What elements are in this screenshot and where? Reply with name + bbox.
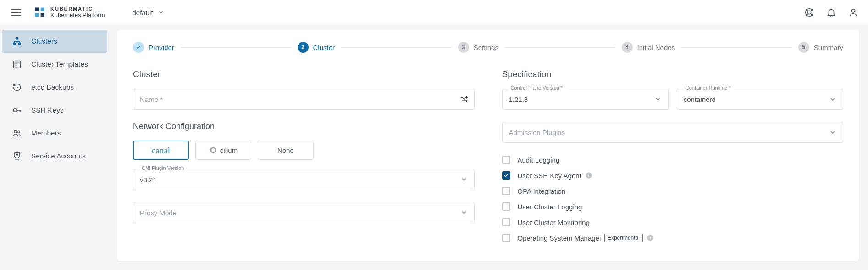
- checkbox-box[interactable]: [502, 202, 510, 211]
- field-label: CNI Plugin Version: [139, 165, 187, 171]
- step-label: Initial Nodes: [637, 44, 675, 51]
- chevron-down-icon: [829, 129, 836, 136]
- cni-option-label: None: [277, 146, 294, 154]
- svg-rect-3: [41, 13, 44, 17]
- step-connector: [505, 47, 615, 48]
- checkbox-box[interactable]: [502, 234, 510, 242]
- notifications-button[interactable]: [826, 7, 837, 18]
- step-provider[interactable]: Provider: [133, 42, 174, 53]
- sidebar-item-clusters[interactable]: Clusters: [2, 30, 107, 53]
- svg-rect-20: [14, 153, 20, 157]
- chevron-down-icon: [829, 96, 836, 103]
- step-label: Cluster: [313, 44, 335, 51]
- project-selector[interactable]: default: [133, 9, 164, 17]
- cni-option-label: cilium: [220, 146, 238, 154]
- cni-option-canal[interactable]: canal: [133, 141, 189, 160]
- step-number: 4: [622, 42, 633, 53]
- proxy-mode-select[interactable]: Proxy Mode: [133, 202, 475, 223]
- svg-rect-25: [588, 175, 589, 177]
- step-connector: [341, 47, 452, 48]
- section-title-spec: Specification: [502, 69, 844, 79]
- checkbox-label: Audit Logging: [518, 156, 560, 164]
- cilium-logo-icon: [209, 146, 217, 154]
- sidebar: Clusters Cluster Templates etcd Backups …: [0, 25, 109, 270]
- field-placeholder: Admission Plugins: [509, 129, 826, 136]
- templates-icon: [12, 59, 22, 69]
- checkbox-label: OPA Integration: [518, 187, 566, 195]
- sidebar-item-label: etcd Backups: [31, 83, 74, 91]
- svg-rect-11: [16, 38, 18, 39]
- chevron-down-icon: [654, 96, 662, 103]
- sidebar-item-label: SSH Keys: [31, 106, 64, 114]
- control-plane-version-select[interactable]: Control Plane Version * 1.21.8: [502, 89, 669, 110]
- svg-rect-29: [650, 236, 650, 236]
- step-summary[interactable]: 5 Summary: [798, 42, 843, 53]
- step-cluster[interactable]: 2 Cluster: [298, 42, 335, 53]
- sidebar-item-etcd-backups[interactable]: etcd Backups: [2, 76, 107, 99]
- step-label: Settings: [474, 44, 498, 51]
- checkbox-user-cluster-logging[interactable]: User Cluster Logging: [502, 199, 844, 214]
- sidebar-item-members[interactable]: Members: [2, 122, 107, 145]
- step-label: Summary: [814, 44, 843, 51]
- account-button[interactable]: [848, 7, 859, 18]
- info-icon[interactable]: [647, 234, 654, 242]
- info-icon[interactable]: [585, 172, 592, 179]
- generate-name-button[interactable]: [453, 89, 475, 110]
- sidebar-item-label: Service Accounts: [31, 152, 86, 160]
- cluster-name-placeholder: Name *: [140, 96, 453, 103]
- checkbox-opa-integration[interactable]: OPA Integration: [502, 183, 844, 199]
- menu-toggle-button[interactable]: [11, 7, 21, 17]
- step-settings[interactable]: 3 Settings: [458, 42, 498, 53]
- checkbox-box[interactable]: [502, 156, 510, 164]
- kubermatic-logo-icon: [34, 6, 46, 18]
- cni-option-cilium[interactable]: cilium: [195, 141, 251, 160]
- step-number: 3: [458, 42, 469, 53]
- cni-plugin-version-select[interactable]: CNI Plugin Version v3.21: [133, 169, 475, 190]
- sidebar-item-service-accounts[interactable]: Service Accounts: [2, 145, 107, 168]
- user-icon: [848, 7, 858, 17]
- step-number: 5: [798, 42, 809, 53]
- lifebuoy-icon: [804, 7, 814, 17]
- bell-icon: [826, 7, 836, 17]
- sidebar-item-label: Members: [31, 129, 61, 137]
- svg-rect-28: [650, 237, 650, 240]
- help-button[interactable]: [804, 7, 815, 18]
- checkbox-box[interactable]: [502, 171, 510, 180]
- checkbox-label: User Cluster Logging: [518, 203, 582, 211]
- step-initial-nodes[interactable]: 4 Initial Nodes: [622, 42, 675, 53]
- checkbox-user-cluster-monitoring[interactable]: User Cluster Monitoring: [502, 214, 844, 230]
- shuffle-icon: [460, 95, 468, 103]
- topbar: KUBERMATIC Kubernetes Platform default: [0, 0, 868, 25]
- field-value: v3.21: [140, 176, 457, 184]
- cni-plugin-options: canal cilium None: [133, 141, 475, 160]
- sidebar-item-label: Cluster Templates: [31, 60, 88, 68]
- checkbox-box[interactable]: [502, 218, 510, 226]
- backups-icon: [12, 82, 22, 92]
- svg-point-17: [14, 109, 17, 112]
- section-title-cluster: Cluster: [133, 69, 475, 79]
- step-label: Provider: [149, 44, 174, 51]
- admission-plugins-select[interactable]: Admission Plugins: [502, 122, 844, 143]
- step-connector: [681, 47, 792, 48]
- chevron-down-icon: [158, 9, 164, 16]
- svg-rect-14: [14, 61, 21, 68]
- sidebar-item-cluster-templates[interactable]: Cluster Templates: [2, 53, 107, 76]
- service-accounts-icon: [12, 151, 22, 161]
- checkbox-label: Operating System Manager: [518, 234, 602, 242]
- cni-option-none[interactable]: None: [258, 141, 314, 160]
- section-title-network: Network Configuration: [133, 122, 475, 131]
- container-runtime-select[interactable]: Container Runtime * containerd: [677, 89, 843, 110]
- checkbox-audit-logging[interactable]: Audit Logging: [502, 152, 844, 168]
- sidebar-item-ssh-keys[interactable]: SSH Keys: [2, 99, 107, 122]
- field-value: 1.21.8: [509, 96, 651, 103]
- checkbox-operating-system-manager[interactable]: Operating System Manager Experimental: [502, 230, 844, 246]
- field-placeholder: Proxy Mode: [140, 209, 457, 217]
- brand-subtitle: Kubernetes Platform: [50, 12, 105, 18]
- check-icon: [136, 45, 141, 50]
- stepper: Provider 2 Cluster 3 Settings 4 Initial …: [133, 42, 843, 53]
- checkbox-user-ssh-key-agent[interactable]: User SSH Key Agent: [502, 168, 844, 183]
- field-value: containerd: [684, 96, 825, 103]
- cluster-name-input[interactable]: Name *: [133, 89, 475, 110]
- checkbox-box[interactable]: [502, 187, 510, 195]
- svg-point-19: [18, 131, 20, 133]
